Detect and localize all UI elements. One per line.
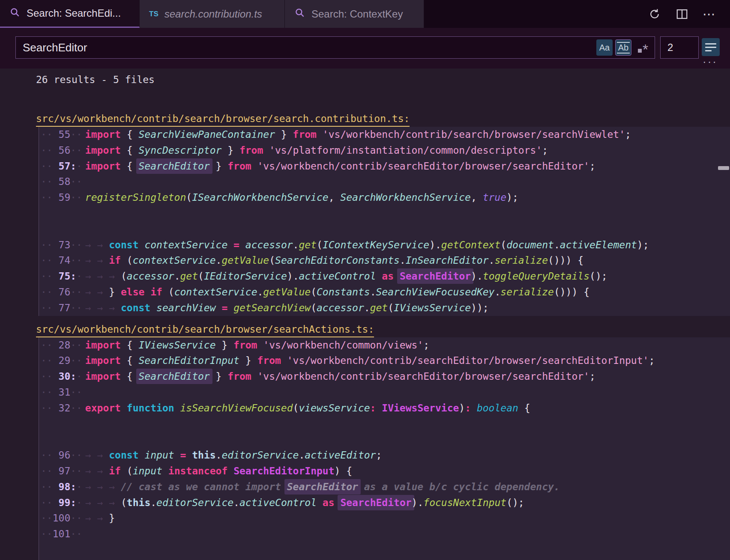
code-line[interactable]: ··28··import { IViewsService } from 'vs/… xyxy=(41,337,730,353)
token: = xyxy=(233,239,239,250)
file-path-link[interactable]: src/vs/workbench/contrib/search/browser/… xyxy=(36,111,410,127)
code-line[interactable]: ··74··→ → if (contextService.getValue(Se… xyxy=(41,253,730,268)
code-line[interactable]: ··31·· xyxy=(41,384,730,400)
context-lines-input[interactable] xyxy=(660,36,699,59)
tab-arrow: → xyxy=(109,271,121,282)
code-line[interactable]: ··57:·import { SearchEditor } from 'vs/w… xyxy=(41,158,730,174)
line-number: 74 xyxy=(53,253,71,268)
code-tokens: → → const contextService = accessor.get(… xyxy=(82,239,649,250)
token: SearchEditorConstants xyxy=(275,255,400,266)
match-case-toggle[interactable]: Aa xyxy=(596,39,613,56)
whitespace-dots: ·· xyxy=(41,239,53,250)
token: ) xyxy=(429,239,435,250)
token: ( xyxy=(162,286,174,298)
token: . xyxy=(174,271,180,282)
code-line[interactable]: ··99:·→ → → (this.editorService.activeCo… xyxy=(41,495,730,511)
tab-arrow: → xyxy=(97,481,109,492)
whitespace-dots: ·· xyxy=(70,402,82,414)
token: . xyxy=(216,255,222,266)
code-line[interactable]: ··100··→ → } xyxy=(41,510,730,526)
whole-word-toggle[interactable]: Ab xyxy=(615,39,631,56)
code-line[interactable]: ··98:·→ → → // cast as we cannot import … xyxy=(41,479,730,495)
file-path-link[interactable]: src/vs/workbench/contrib/search/browser/… xyxy=(36,322,374,337)
whitespace-dots: ·· xyxy=(41,371,53,382)
whitespace-dots: ·· xyxy=(70,355,82,366)
code-gap-row xyxy=(41,432,730,447)
token: : xyxy=(370,402,376,414)
tab-1[interactable]: Search: SearchEdi... xyxy=(0,0,140,28)
token: . xyxy=(400,255,406,266)
tab-bar: Search: SearchEdi...TSsearch.contributio… xyxy=(0,0,730,28)
whitespace-dots: ·· xyxy=(70,512,82,524)
token: contextService xyxy=(133,255,216,266)
scrollbar-marker[interactable] xyxy=(718,166,729,170)
regex-toggle[interactable]: * xyxy=(634,39,652,56)
code-line[interactable]: ··29··import { SearchEditorInput } from … xyxy=(41,353,730,369)
token xyxy=(139,239,145,250)
token: ) { xyxy=(335,465,353,477)
token: . xyxy=(233,497,239,508)
tab-2[interactable]: TSsearch.contribution.ts xyxy=(140,0,285,28)
token: import xyxy=(85,355,121,366)
search-widget: AaAb* ··· xyxy=(0,28,730,69)
whitespace-dots: ·· xyxy=(41,355,53,366)
line-number: 55 xyxy=(53,127,71,143)
whitespace-dots: ·· xyxy=(41,176,53,187)
search-more-icon[interactable]: ··· xyxy=(703,57,718,66)
token xyxy=(281,355,287,366)
token: activeControl xyxy=(239,497,317,508)
tab-3[interactable]: Search: ContextKey xyxy=(285,0,424,28)
token: Constants xyxy=(317,286,370,298)
token: searchView xyxy=(156,302,215,313)
token: toggleQueryDetails xyxy=(483,271,589,282)
line-number: 29 xyxy=(53,353,71,369)
more-actions-icon[interactable]: ⋯ xyxy=(701,6,718,23)
tab-arrow: → xyxy=(97,286,109,298)
whitespace-dots: ·· xyxy=(41,271,53,282)
token: . xyxy=(554,239,560,250)
token: = xyxy=(221,302,227,313)
code-line[interactable]: ··101·· xyxy=(41,526,730,542)
token: from xyxy=(293,129,317,140)
token: ISearchWorkbenchService xyxy=(192,192,329,203)
code-line[interactable]: ··30:·import { SearchEditor } from 'vs/w… xyxy=(41,369,730,384)
search-input[interactable] xyxy=(15,36,655,59)
code-line[interactable]: ··58·· xyxy=(41,174,730,190)
token: document xyxy=(506,239,554,250)
token xyxy=(227,302,233,313)
whitespace-dots: ·· xyxy=(41,129,53,140)
token: InSearchEditor xyxy=(406,255,489,266)
toggle-search-details-button[interactable] xyxy=(702,38,720,56)
code-line[interactable]: ··96··→ → const input = this.editorServi… xyxy=(41,447,730,463)
token: if xyxy=(109,465,121,477)
token: . xyxy=(494,286,500,298)
line-number: 99 xyxy=(53,495,71,511)
token: import xyxy=(85,129,121,140)
code-tokens: import { SearchEditor } from 'vs/workben… xyxy=(82,161,595,172)
code-line[interactable]: ··77··→ → → const searchView = getSearch… xyxy=(41,300,730,316)
code-line[interactable]: ··59··registerSingleton(ISearchWorkbench… xyxy=(41,190,730,206)
code-line[interactable]: ··75:·→ → → (accessor.get(IEditorService… xyxy=(41,268,730,284)
whitespace-dots: ·· xyxy=(70,192,82,203)
code-tokens: export function isSearchViewFocused(view… xyxy=(82,402,530,414)
search-editor-results: 26 results - 5 files src/vs/workbench/co… xyxy=(0,69,730,560)
whole-word-icon: Ab xyxy=(617,42,630,54)
token: ) xyxy=(459,402,465,414)
token: activeEditor xyxy=(305,450,376,461)
tab-label: Search: SearchEdi... xyxy=(27,7,121,19)
code-line[interactable]: ··73··→ → const contextService = accesso… xyxy=(41,237,730,253)
token: if xyxy=(109,255,121,266)
code-gap-row xyxy=(41,206,730,221)
refresh-icon[interactable] xyxy=(646,6,663,23)
search-icon xyxy=(9,7,21,20)
code-line[interactable]: ··56··import { SyncDescriptor } from 'vs… xyxy=(41,143,730,158)
whitespace-dots: ·· xyxy=(41,286,53,298)
tab-arrow: → xyxy=(85,255,97,266)
code-line[interactable]: ··55··import { SearchViewPaneContainer }… xyxy=(41,127,730,143)
code-line[interactable]: ··97··→ → if (input instanceof SearchEdi… xyxy=(41,463,730,479)
token xyxy=(263,145,269,156)
code-line[interactable]: ··76··→ → } else if (contextService.getV… xyxy=(41,284,730,300)
code-line[interactable]: ··32··export function isSearchViewFocuse… xyxy=(41,400,730,416)
token: . xyxy=(216,450,222,461)
split-editor-icon[interactable] xyxy=(673,6,691,23)
